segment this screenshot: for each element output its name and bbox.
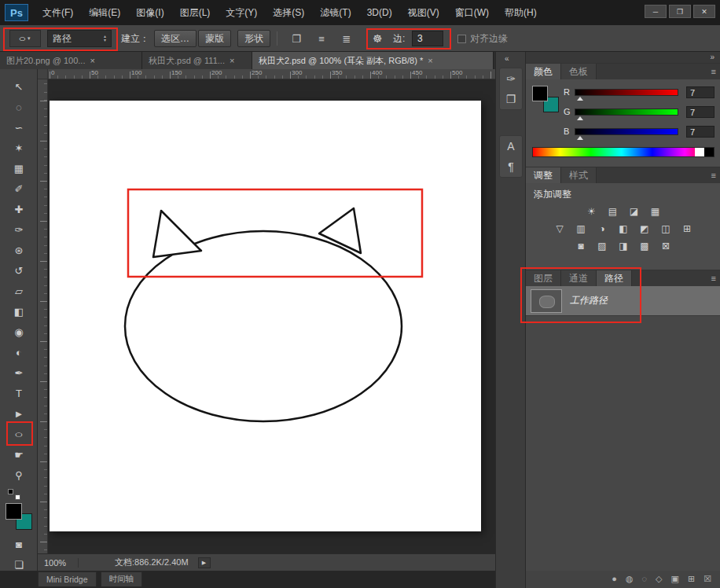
brightness-contrast-icon[interactable]: ☀ (583, 204, 601, 219)
tool-preset-dropdown[interactable]: ○ ▾ (9, 30, 41, 47)
menu-filter[interactable]: 滤镜(T) (312, 0, 358, 25)
menu-type[interactable]: 文字(Y) (218, 0, 265, 25)
brush-tool[interactable]: ✑ (7, 219, 31, 240)
foreground-color-swatch[interactable] (6, 503, 22, 520)
magic-wand-tool[interactable]: ✶ (7, 138, 31, 158)
vibrance-icon[interactable]: ▽ (551, 222, 568, 236)
foreground-color-swatch[interactable] (532, 86, 548, 101)
quick-mask-button[interactable]: ◙ (0, 535, 38, 553)
document-canvas[interactable] (50, 101, 481, 531)
make-shape-button[interactable]: 形状 (237, 30, 270, 47)
levels-icon[interactable]: ▤ (604, 204, 622, 219)
gear-icon[interactable]: ☸ (373, 30, 383, 47)
invert-icon[interactable]: ◙ (572, 239, 590, 253)
paragraph-panel-icon[interactable]: ¶ (508, 161, 514, 172)
blue-slider[interactable] (575, 128, 678, 135)
menu-window[interactable]: 窗口(W) (447, 0, 497, 25)
close-icon[interactable]: × (428, 56, 432, 65)
tab-swatches[interactable]: 色板 (561, 64, 597, 79)
path-selection-tool[interactable]: ► (7, 403, 31, 424)
blue-value-input[interactable] (686, 126, 714, 138)
lasso-tool[interactable]: ∽ (7, 117, 31, 138)
green-slider[interactable] (575, 108, 678, 116)
type-tool[interactable]: T (7, 383, 31, 403)
menu-3d[interactable]: 3D(D) (359, 0, 400, 25)
make-work-path-icon[interactable]: ◇ (656, 574, 662, 584)
crop-tool[interactable]: ▦ (7, 158, 31, 178)
posterize-icon[interactable]: ▨ (593, 239, 611, 253)
dodge-tool[interactable]: ◐ (7, 342, 31, 362)
tab-styles[interactable]: 样式 (561, 167, 597, 183)
eraser-tool[interactable]: ▱ (7, 281, 31, 301)
new-path-icon[interactable]: ⊞ (688, 574, 695, 584)
edge-count-input[interactable] (412, 31, 443, 46)
healing-brush-tool[interactable]: ✚ (7, 199, 31, 219)
align-edges-checkbox[interactable] (457, 35, 466, 43)
character-panel-icon[interactable]: A (507, 141, 514, 152)
tab-layers[interactable]: 图层 (526, 270, 561, 286)
stroke-path-icon[interactable]: ◍ (626, 574, 634, 584)
green-value-input[interactable] (686, 106, 714, 118)
red-value-input[interactable] (686, 86, 714, 98)
zoom-level-field[interactable]: 100% (44, 558, 79, 568)
document-tab-2[interactable]: 秋田犬.psd @ 111... × (142, 52, 252, 69)
menu-help[interactable]: 帮助(H) (497, 0, 545, 25)
move-tool[interactable]: ↖ (7, 76, 31, 97)
fill-path-icon[interactable]: ● (612, 574, 617, 583)
panel-color-swatch[interactable] (532, 86, 559, 112)
history-brush-tool[interactable]: ↺ (7, 260, 31, 281)
menu-edit[interactable]: 编辑(E) (81, 0, 128, 25)
tab-color[interactable]: 颜色 (526, 64, 561, 79)
mini-bridge-tab[interactable]: Mini Bridge (38, 571, 97, 586)
slider-marker[interactable] (577, 116, 583, 120)
hue-saturation-icon[interactable]: ▥ (572, 222, 590, 236)
menu-view[interactable]: 视图(V) (400, 0, 447, 25)
selective-color-icon[interactable]: ⊠ (657, 239, 674, 253)
color-spectrum-bar[interactable] (532, 147, 714, 157)
delete-path-icon[interactable]: ☒ (703, 574, 711, 584)
path-arrange-icon[interactable]: ≣ (336, 30, 357, 47)
add-mask-icon[interactable]: ▣ (671, 574, 679, 584)
menu-layer[interactable]: 图层(L) (172, 0, 219, 25)
minimize-button[interactable]: ─ (645, 5, 667, 18)
menu-image[interactable]: 图像(I) (128, 0, 171, 25)
path-thumbnail[interactable] (531, 289, 562, 313)
elliptical-marquee-tool[interactable]: ◌ (7, 97, 31, 117)
menu-file[interactable]: 文件(F) (35, 0, 81, 25)
threshold-icon[interactable]: ◨ (615, 239, 632, 253)
expand-panels-icon[interactable]: « (505, 54, 509, 63)
slider-marker[interactable] (577, 97, 583, 101)
maximize-button[interactable]: ❐ (669, 5, 691, 18)
menu-select[interactable]: 选择(S) (265, 0, 312, 25)
blur-tool[interactable]: ◉ (7, 322, 31, 342)
default-colors-icon[interactable] (8, 489, 20, 500)
clone-source-icon[interactable]: ❐ (506, 94, 516, 105)
exposure-icon[interactable]: ▦ (647, 204, 664, 219)
gradient-map-icon[interactable]: ▩ (636, 239, 653, 253)
brush-panel-icon[interactable]: ✑ (506, 73, 516, 84)
red-slider[interactable] (575, 89, 678, 96)
close-icon[interactable]: × (230, 56, 234, 65)
path-operations-icon[interactable]: ❐ (286, 30, 307, 47)
tab-channels[interactable]: 通道 (561, 270, 597, 286)
zoom-tool[interactable]: ⚲ (7, 465, 31, 485)
slider-marker[interactable] (577, 136, 583, 140)
curves-icon[interactable]: ◪ (626, 204, 643, 219)
make-selection-button[interactable]: 选区… (154, 30, 197, 47)
pen-tool[interactable]: ✒ (7, 362, 31, 383)
gradient-tool[interactable]: ◧ (7, 301, 31, 322)
photo-filter-icon[interactable]: ◩ (636, 222, 653, 236)
collapse-panels-icon[interactable]: » (710, 53, 714, 61)
panel-menu-icon[interactable]: ≡ (711, 171, 716, 180)
panel-menu-icon[interactable]: ≡ (711, 274, 716, 283)
spectrum-white-swatch[interactable] (695, 148, 704, 156)
document-tab-active[interactable]: 秋田犬2.psd @ 100% (耳朵 副本, RGB/8) * × (252, 52, 494, 69)
timeline-tab[interactable]: 时间轴 (101, 571, 143, 586)
hand-tool[interactable]: ☛ (7, 444, 31, 465)
tab-paths[interactable]: 路径 (597, 270, 632, 286)
foreground-background-swatch[interactable] (6, 503, 32, 530)
tab-adjustments[interactable]: 调整 (526, 167, 561, 183)
make-mask-button[interactable]: 蒙版 (198, 30, 231, 47)
tool-mode-select[interactable]: 路径 ▴ ▾ (47, 30, 112, 47)
black-white-icon[interactable]: ◧ (615, 222, 632, 236)
